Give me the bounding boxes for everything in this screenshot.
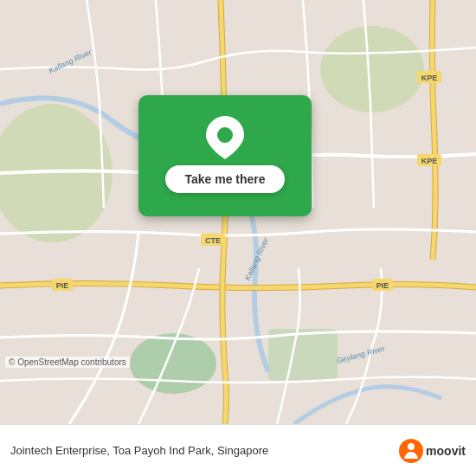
svg-point-2 bbox=[320, 26, 424, 113]
location-label: Jointech Enterprise, Toa Payoh Ind Park,… bbox=[10, 444, 392, 457]
svg-text:CTE: CTE bbox=[205, 236, 221, 245]
svg-point-3 bbox=[130, 333, 216, 394]
copyright-notice: © OpenStreetMap contributors bbox=[5, 357, 130, 368]
take-me-there-button[interactable]: Take me there bbox=[165, 165, 284, 193]
svg-text:KPE: KPE bbox=[421, 74, 438, 82]
svg-text:PIE: PIE bbox=[376, 281, 389, 290]
moovit-icon bbox=[399, 439, 423, 463]
svg-text:PIE: PIE bbox=[56, 281, 69, 290]
svg-point-20 bbox=[217, 127, 233, 143]
moovit-brand-name: moovit bbox=[426, 444, 466, 458]
svg-point-21 bbox=[408, 443, 415, 450]
action-card: Take me there bbox=[138, 95, 312, 216]
location-pin bbox=[206, 119, 244, 157]
svg-text:KPE: KPE bbox=[421, 157, 438, 165]
bottom-bar: Jointech Enterprise, Toa Payoh Ind Park,… bbox=[0, 424, 476, 476]
moovit-logo: moovit bbox=[399, 439, 466, 463]
map-container: CTE CTE PIE PIE KPE KPE Kallang River Ka… bbox=[0, 0, 476, 424]
